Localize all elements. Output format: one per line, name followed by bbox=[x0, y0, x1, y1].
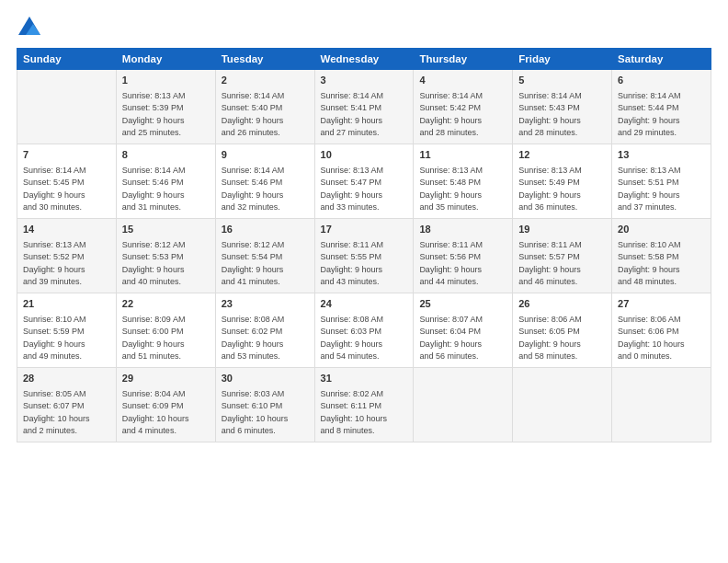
day-info: Sunrise: 8:13 AM Sunset: 5:39 PM Dayligh… bbox=[122, 90, 210, 140]
day-number: 2 bbox=[222, 74, 309, 88]
day-info: Sunrise: 8:13 AM Sunset: 5:47 PM Dayligh… bbox=[321, 165, 408, 214]
day-info: Sunrise: 8:13 AM Sunset: 5:49 PM Dayligh… bbox=[518, 165, 606, 214]
day-info: Sunrise: 8:14 AM Sunset: 5:46 PM Dayligh… bbox=[222, 165, 309, 214]
day-number: 4 bbox=[419, 74, 506, 88]
day-number: 19 bbox=[518, 223, 606, 237]
day-info: Sunrise: 8:05 AM Sunset: 6:07 PM Dayligh… bbox=[23, 388, 110, 438]
day-info: Sunrise: 8:08 AM Sunset: 6:03 PM Dayligh… bbox=[321, 314, 408, 363]
day-cell: 28Sunrise: 8:05 AM Sunset: 6:07 PM Dayli… bbox=[17, 367, 117, 442]
calendar-header: SundayMondayTuesdayWednesdayThursdayFrid… bbox=[17, 49, 711, 70]
header-cell-friday: Friday bbox=[513, 49, 612, 70]
day-number: 25 bbox=[419, 297, 506, 312]
day-info: Sunrise: 8:12 AM Sunset: 5:54 PM Dayligh… bbox=[222, 239, 309, 289]
week-row-5: 28Sunrise: 8:05 AM Sunset: 6:07 PM Dayli… bbox=[17, 367, 711, 442]
header bbox=[17, 15, 711, 40]
day-cell: 7Sunrise: 8:14 AM Sunset: 5:45 PM Daylig… bbox=[17, 144, 117, 218]
day-number: 22 bbox=[122, 297, 210, 312]
day-cell: 17Sunrise: 8:11 AM Sunset: 5:55 PM Dayli… bbox=[314, 218, 414, 293]
day-number: 5 bbox=[518, 74, 606, 88]
day-number: 24 bbox=[321, 297, 408, 312]
day-number: 23 bbox=[222, 297, 309, 312]
day-info: Sunrise: 8:08 AM Sunset: 6:02 PM Dayligh… bbox=[222, 314, 309, 363]
header-row: SundayMondayTuesdayWednesdayThursdayFrid… bbox=[17, 49, 711, 70]
day-cell: 31Sunrise: 8:02 AM Sunset: 6:11 PM Dayli… bbox=[314, 367, 414, 442]
day-info: Sunrise: 8:14 AM Sunset: 5:41 PM Dayligh… bbox=[321, 90, 408, 140]
day-info: Sunrise: 8:14 AM Sunset: 5:43 PM Dayligh… bbox=[518, 90, 606, 140]
day-info: Sunrise: 8:13 AM Sunset: 5:48 PM Dayligh… bbox=[419, 165, 506, 214]
day-info: Sunrise: 8:14 AM Sunset: 5:40 PM Dayligh… bbox=[222, 90, 309, 140]
day-info: Sunrise: 8:12 AM Sunset: 5:53 PM Dayligh… bbox=[122, 239, 210, 289]
day-number: 10 bbox=[321, 148, 408, 163]
day-number: 3 bbox=[321, 74, 408, 88]
day-number: 18 bbox=[419, 223, 506, 237]
day-cell: 26Sunrise: 8:06 AM Sunset: 6:05 PM Dayli… bbox=[513, 293, 612, 367]
day-cell: 27Sunrise: 8:06 AM Sunset: 6:06 PM Dayli… bbox=[612, 293, 711, 367]
day-cell: 19Sunrise: 8:11 AM Sunset: 5:57 PM Dayli… bbox=[513, 218, 612, 293]
day-number: 26 bbox=[518, 297, 606, 312]
day-info: Sunrise: 8:06 AM Sunset: 6:05 PM Dayligh… bbox=[518, 314, 606, 363]
day-number: 20 bbox=[618, 223, 705, 237]
week-row-4: 21Sunrise: 8:10 AM Sunset: 5:59 PM Dayli… bbox=[17, 293, 711, 367]
day-number: 9 bbox=[222, 148, 309, 163]
day-cell bbox=[513, 367, 612, 442]
day-cell: 22Sunrise: 8:09 AM Sunset: 6:00 PM Dayli… bbox=[116, 293, 215, 367]
day-number: 31 bbox=[321, 372, 408, 386]
day-cell: 10Sunrise: 8:13 AM Sunset: 5:47 PM Dayli… bbox=[314, 144, 414, 218]
day-number: 1 bbox=[122, 74, 210, 88]
day-cell: 29Sunrise: 8:04 AM Sunset: 6:09 PM Dayli… bbox=[116, 367, 215, 442]
day-cell: 4Sunrise: 8:14 AM Sunset: 5:42 PM Daylig… bbox=[414, 70, 513, 144]
day-info: Sunrise: 8:03 AM Sunset: 6:10 PM Dayligh… bbox=[222, 388, 309, 438]
day-cell bbox=[17, 70, 117, 144]
day-info: Sunrise: 8:14 AM Sunset: 5:44 PM Dayligh… bbox=[618, 90, 705, 140]
day-info: Sunrise: 8:14 AM Sunset: 5:46 PM Dayligh… bbox=[122, 165, 210, 214]
day-cell: 20Sunrise: 8:10 AM Sunset: 5:58 PM Dayli… bbox=[612, 218, 711, 293]
day-info: Sunrise: 8:02 AM Sunset: 6:11 PM Dayligh… bbox=[321, 388, 408, 438]
day-number: 28 bbox=[23, 372, 110, 386]
day-cell: 14Sunrise: 8:13 AM Sunset: 5:52 PM Dayli… bbox=[17, 218, 117, 293]
day-number: 15 bbox=[122, 223, 210, 237]
day-info: Sunrise: 8:11 AM Sunset: 5:57 PM Dayligh… bbox=[518, 239, 606, 289]
header-cell-monday: Monday bbox=[116, 49, 215, 70]
day-info: Sunrise: 8:14 AM Sunset: 5:42 PM Dayligh… bbox=[419, 90, 506, 140]
day-number: 7 bbox=[23, 148, 110, 163]
header-cell-wednesday: Wednesday bbox=[314, 49, 414, 70]
day-cell: 9Sunrise: 8:14 AM Sunset: 5:46 PM Daylig… bbox=[215, 144, 314, 218]
header-cell-thursday: Thursday bbox=[414, 49, 513, 70]
day-cell bbox=[414, 367, 513, 442]
week-row-3: 14Sunrise: 8:13 AM Sunset: 5:52 PM Dayli… bbox=[17, 218, 711, 293]
day-cell: 1Sunrise: 8:13 AM Sunset: 5:39 PM Daylig… bbox=[116, 70, 215, 144]
day-cell: 25Sunrise: 8:07 AM Sunset: 6:04 PM Dayli… bbox=[414, 293, 513, 367]
header-cell-sunday: Sunday bbox=[17, 49, 117, 70]
day-cell: 5Sunrise: 8:14 AM Sunset: 5:43 PM Daylig… bbox=[513, 70, 612, 144]
day-info: Sunrise: 8:06 AM Sunset: 6:06 PM Dayligh… bbox=[618, 314, 705, 363]
day-cell: 18Sunrise: 8:11 AM Sunset: 5:56 PM Dayli… bbox=[414, 218, 513, 293]
day-info: Sunrise: 8:07 AM Sunset: 6:04 PM Dayligh… bbox=[419, 314, 506, 363]
day-cell: 3Sunrise: 8:14 AM Sunset: 5:41 PM Daylig… bbox=[314, 70, 414, 144]
calendar-table: SundayMondayTuesdayWednesdayThursdayFrid… bbox=[17, 48, 711, 442]
day-cell: 16Sunrise: 8:12 AM Sunset: 5:54 PM Dayli… bbox=[215, 218, 314, 293]
day-number: 29 bbox=[122, 372, 210, 386]
page: SundayMondayTuesdayWednesdayThursdayFrid… bbox=[0, 0, 728, 563]
day-info: Sunrise: 8:13 AM Sunset: 5:52 PM Dayligh… bbox=[23, 239, 110, 289]
day-cell: 11Sunrise: 8:13 AM Sunset: 5:48 PM Dayli… bbox=[414, 144, 513, 218]
header-cell-saturday: Saturday bbox=[612, 49, 711, 70]
day-cell: 8Sunrise: 8:14 AM Sunset: 5:46 PM Daylig… bbox=[116, 144, 215, 218]
day-info: Sunrise: 8:13 AM Sunset: 5:51 PM Dayligh… bbox=[618, 165, 705, 214]
day-cell bbox=[612, 367, 711, 442]
header-cell-tuesday: Tuesday bbox=[215, 49, 314, 70]
day-number: 27 bbox=[618, 297, 705, 312]
day-number: 16 bbox=[222, 223, 309, 237]
week-row-2: 7Sunrise: 8:14 AM Sunset: 5:45 PM Daylig… bbox=[17, 144, 711, 218]
day-cell: 2Sunrise: 8:14 AM Sunset: 5:40 PM Daylig… bbox=[215, 70, 314, 144]
day-cell: 24Sunrise: 8:08 AM Sunset: 6:03 PM Dayli… bbox=[314, 293, 414, 367]
day-number: 6 bbox=[618, 74, 705, 88]
day-cell: 13Sunrise: 8:13 AM Sunset: 5:51 PM Dayli… bbox=[612, 144, 711, 218]
logo bbox=[17, 15, 46, 40]
day-number: 30 bbox=[222, 372, 309, 386]
day-number: 14 bbox=[23, 223, 110, 237]
day-info: Sunrise: 8:10 AM Sunset: 5:59 PM Dayligh… bbox=[23, 314, 110, 363]
day-number: 13 bbox=[618, 148, 705, 163]
day-number: 12 bbox=[518, 148, 606, 163]
day-info: Sunrise: 8:04 AM Sunset: 6:09 PM Dayligh… bbox=[122, 388, 210, 438]
day-info: Sunrise: 8:11 AM Sunset: 5:55 PM Dayligh… bbox=[321, 239, 408, 289]
